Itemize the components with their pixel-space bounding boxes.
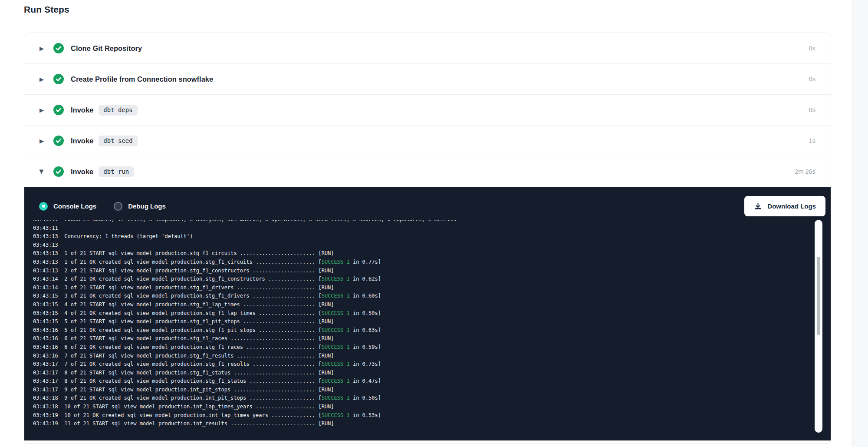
log-scrollbar-track[interactable]: [815, 220, 822, 433]
log-line: 03:43:15 3 of 21 OK created sql view mod…: [33, 292, 810, 301]
run-step-row[interactable]: ▶Invokedbt run2m 26s: [24, 156, 831, 187]
run-step-row[interactable]: ▶Invokedbt seed1s: [24, 126, 831, 156]
debug-logs-label: Debug Logs: [128, 202, 166, 210]
log-line: 03:43:13 Concurrency: 1 threads (target=…: [33, 232, 810, 241]
step-command-badge: dbt deps: [99, 105, 137, 116]
step-label: Invoke: [71, 106, 93, 114]
log-line: 03:43:16 7 of 21 START sql view model pr…: [33, 352, 810, 361]
run-step-row[interactable]: ▶Clone Git Repository0s: [24, 33, 831, 64]
chevron-right-icon[interactable]: ▶: [38, 76, 45, 82]
radio-selected-icon[interactable]: [39, 202, 48, 211]
log-line: 03:43:17 9 of 21 START sql view model pr…: [33, 386, 810, 394]
console-log-output: 03:43:11 Found 21 models, 17 tests, 0 sn…: [33, 220, 810, 433]
success-check-icon: [53, 135, 64, 146]
log-line: 03:43:19 10 of 21 OK created sql view mo…: [33, 411, 810, 420]
log-line: 03:43:14 3 of 21 START sql view model pr…: [33, 284, 810, 292]
log-line: 03:43:11 Found 21 models, 17 tests, 0 sn…: [33, 220, 810, 224]
console-header: Console Logs Debug Logs Download Logs: [24, 187, 831, 216]
log-line: 03:43:13: [33, 241, 810, 250]
step-command-badge: dbt seed: [99, 136, 137, 146]
chevron-right-icon[interactable]: ▶: [38, 107, 45, 113]
step-duration: 1s: [809, 137, 815, 144]
download-icon: [754, 202, 762, 210]
console-logs-radio[interactable]: Console Logs: [39, 202, 96, 211]
run-step-row[interactable]: ▶Create Profile from Connection snowflak…: [24, 64, 831, 95]
success-check-icon: [53, 104, 64, 116]
log-line: 03:43:18 9 of 21 OK created sql view mod…: [33, 394, 810, 403]
step-label: Invoke: [71, 137, 93, 145]
success-check-icon: [53, 73, 64, 85]
log-line: 03:43:13 1 of 21 OK created sql view mod…: [33, 258, 810, 267]
log-line: 03:43:18 10 of 21 START sql view model p…: [33, 403, 810, 411]
chevron-down-icon[interactable]: ▶: [39, 168, 45, 175]
log-line: 03:43:17 7 of 21 OK created sql view mod…: [33, 360, 810, 369]
log-scrollbar-thumb[interactable]: [817, 257, 820, 335]
step-duration: 2m 26s: [795, 168, 815, 175]
log-line: 03:43:17 8 of 21 OK created sql view mod…: [33, 377, 810, 386]
chevron-right-icon[interactable]: ▶: [38, 46, 45, 51]
radio-unselected-icon[interactable]: [114, 202, 122, 211]
run-steps-card: ▶Clone Git Repository0s▶Create Profile f…: [24, 33, 831, 444]
log-line: 03:43:17 8 of 21 START sql view model pr…: [33, 369, 810, 377]
success-check-icon: [53, 43, 64, 54]
log-line: 03:43:13 2 of 21 START sql view model pr…: [33, 267, 810, 275]
console-panel: Console Logs Debug Logs Download Logs 03…: [24, 187, 831, 440]
log-line: 03:43:15 4 of 21 START sql view model pr…: [33, 301, 810, 309]
step-label: Create Profile from Connection snowflake: [71, 75, 213, 83]
page-title: Run Steps: [24, 4, 69, 15]
debug-logs-radio[interactable]: Debug Logs: [114, 202, 166, 211]
log-line: 03:43:13 1 of 21 START sql view model pr…: [33, 249, 810, 258]
step-label: Invoke: [71, 168, 93, 176]
log-line: 03:43:16 6 of 21 OK created sql view mod…: [33, 343, 810, 352]
step-label: Clone Git Repository: [71, 44, 142, 53]
log-line: 03:43:16 6 of 21 START sql view model pr…: [33, 334, 810, 343]
log-line: 03:43:14 2 of 21 OK created sql view mod…: [33, 275, 810, 284]
success-check-icon: [53, 166, 64, 177]
console-logs-label: Console Logs: [53, 202, 96, 210]
log-line: 03:43:15 4 of 21 OK created sql view mod…: [33, 309, 810, 318]
step-duration: 0s: [809, 76, 815, 83]
download-logs-button[interactable]: Download Logs: [744, 196, 825, 216]
log-line: 03:43:16 5 of 21 OK created sql view mod…: [33, 326, 810, 335]
log-line: 03:43:11: [33, 224, 810, 233]
step-duration: 0s: [809, 106, 815, 113]
step-duration: 0s: [809, 45, 815, 52]
run-steps-list: ▶Clone Git Repository0s▶Create Profile f…: [24, 33, 831, 187]
step-command-badge: dbt run: [99, 166, 134, 177]
page-right-gutter: [852, 0, 868, 447]
log-line: 03:43:15 5 of 21 START sql view model pr…: [33, 318, 810, 326]
run-step-row[interactable]: ▶Invokedbt deps0s: [24, 95, 831, 126]
download-logs-label: Download Logs: [767, 202, 816, 210]
log-line: 03:43:19 11 of 21 START sql view model p…: [33, 420, 810, 428]
chevron-right-icon[interactable]: ▶: [38, 138, 45, 144]
